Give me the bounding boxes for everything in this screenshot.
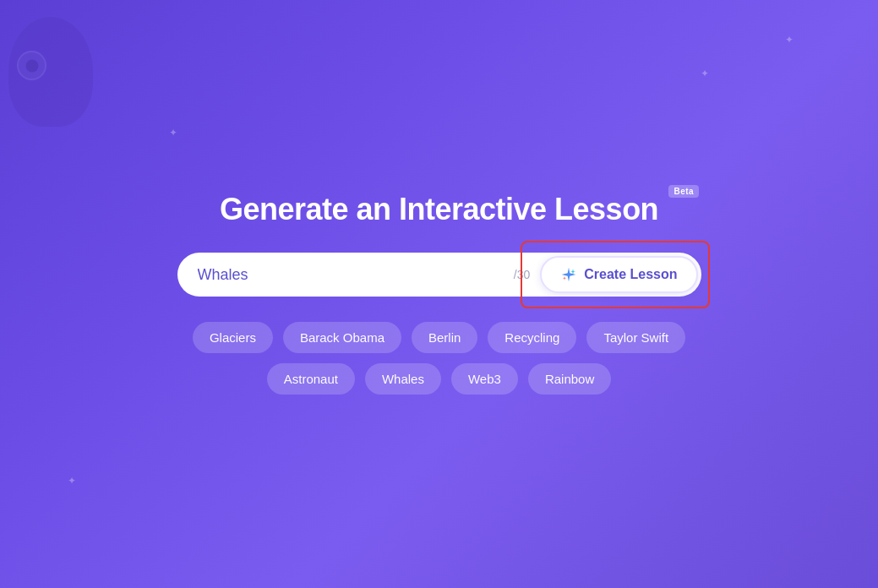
suggestion-chip-berlin[interactable]: Berlin bbox=[412, 322, 477, 353]
create-lesson-button[interactable]: Create Lesson bbox=[540, 256, 697, 293]
star-decoration-4: ✦ bbox=[169, 127, 177, 139]
suggestion-chip-recycling[interactable]: Recycling bbox=[488, 322, 576, 353]
search-input[interactable] bbox=[177, 254, 507, 296]
suggestion-chip-astronaut[interactable]: Astronaut bbox=[267, 363, 355, 395]
beta-badge: Beta bbox=[668, 185, 699, 198]
title-wrapper: Generate an Interactive Lesson Beta bbox=[220, 192, 658, 227]
main-content: Generate an Interactive Lesson Beta /30 … bbox=[144, 192, 735, 405]
sparkle-icon bbox=[560, 266, 577, 283]
suggestions-row-1: Glaciers Barack Obama Berlin Recycling T… bbox=[144, 322, 735, 353]
star-decoration-1: ✦ bbox=[701, 68, 709, 79]
search-container: /30 Create Lesson bbox=[177, 253, 701, 297]
suggestion-chip-glaciers[interactable]: Glaciers bbox=[193, 322, 273, 353]
page-title: Generate an Interactive Lesson bbox=[220, 192, 658, 227]
suggestion-chip-rainbow[interactable]: Rainbow bbox=[528, 363, 611, 395]
suggestion-chip-web3[interactable]: Web3 bbox=[451, 363, 518, 395]
search-wrapper: /30 Create Lesson bbox=[144, 253, 735, 297]
background-decoration bbox=[0, 0, 135, 203]
suggestion-chip-barack-obama[interactable]: Barack Obama bbox=[283, 322, 401, 353]
star-decoration-2: ✦ bbox=[785, 34, 793, 46]
char-count: /30 bbox=[507, 268, 537, 281]
suggestion-chip-taylor-swift[interactable]: Taylor Swift bbox=[586, 322, 685, 353]
create-lesson-label: Create Lesson bbox=[584, 267, 677, 282]
star-decoration-3: ✦ bbox=[68, 475, 76, 487]
suggestions-row-2: Astronaut Whales Web3 Rainbow bbox=[144, 363, 735, 395]
suggestion-chip-whales[interactable]: Whales bbox=[365, 363, 441, 395]
